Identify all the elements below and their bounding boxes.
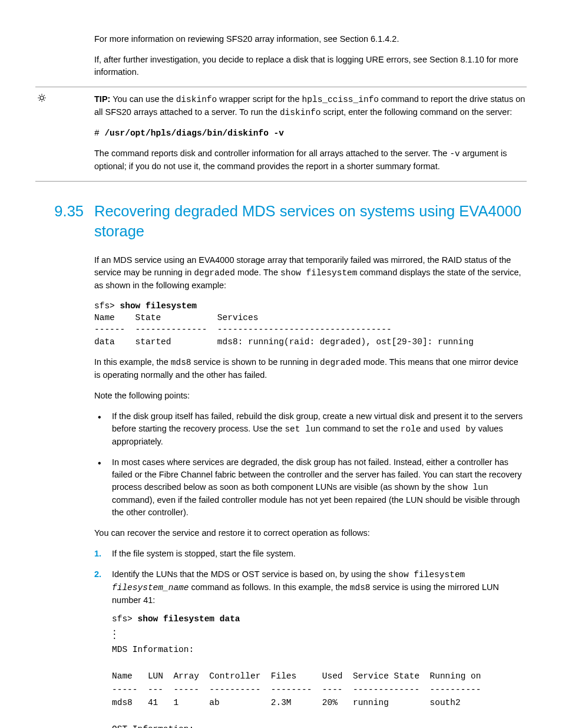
tip-block: TIP: You can use the diskinfo wrapper sc… [35,87,527,182]
tip-icon [35,93,48,173]
intro-p1: For more information on reviewing SFS20 … [94,33,527,45]
svg-line-8 [44,95,44,95]
section-p1: If an MDS service using an EVA4000 stora… [94,254,527,292]
tip-label: TIP: [94,94,110,104]
bullet-1: If the disk group itself has failed, reb… [94,410,527,448]
vdots-icon: ... [112,626,117,640]
tip-paragraph-2: The command reports disk and controller … [94,147,527,173]
step-2: Identify the LUNs that the MDS or OST se… [94,568,527,728]
section-p4: You can recover the service and restore … [94,527,527,539]
section-p3: Note the following points: [94,390,527,402]
section-p2: In this example, the mds8 service is sho… [94,356,527,381]
bullet-2: In most cases where services are degrade… [94,456,527,519]
tip-paragraph-1: TIP: You can use the diskinfo wrapper sc… [94,93,527,119]
step-list: If the file system is stopped, start the… [94,548,527,728]
svg-point-0 [40,96,44,100]
svg-line-6 [44,100,44,100]
svg-line-5 [39,95,39,95]
section-title: Recovering degraded MDS services on syst… [94,202,527,241]
code-show-filesystem: sfs> show filesystem Name State Services… [94,300,527,348]
bullet-list: If the disk group itself has failed, reb… [94,410,527,519]
svg-line-7 [39,100,39,100]
tip-command: # /usr/opt/hpls/diags/bin/diskinfo -v [94,127,527,139]
step-1: If the file system is stopped, start the… [94,548,527,560]
section-heading: 9.35 Recovering degraded MDS services on… [35,202,527,241]
section-number: 9.35 [35,202,94,241]
intro-p2: If, after further investigation, you dec… [94,54,527,78]
code-show-filesystem-data: sfs> show filesystem data ... MDS Inform… [112,612,527,728]
